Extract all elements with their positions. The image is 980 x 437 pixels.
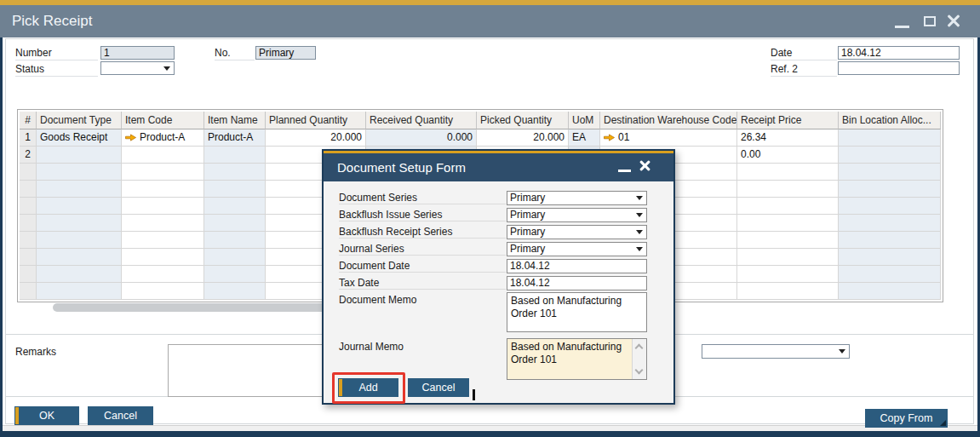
table-cell[interactable] <box>20 232 37 249</box>
column-header[interactable]: Destination Warehouse Code <box>600 112 737 129</box>
table-cell[interactable]: 20.000 <box>266 129 366 147</box>
remarks-textarea[interactable] <box>168 344 330 397</box>
column-header[interactable]: Planned Quantity <box>266 112 366 129</box>
status-select[interactable] <box>100 61 175 75</box>
table-cell[interactable] <box>20 283 37 300</box>
table-cell[interactable] <box>37 249 122 266</box>
table-cell[interactable] <box>839 215 941 232</box>
minimize-icon[interactable] <box>895 26 909 28</box>
table-cell[interactable]: EA <box>569 129 600 147</box>
table-cell[interactable] <box>839 147 941 164</box>
link-arrow-icon[interactable] <box>125 134 136 141</box>
table-cell[interactable] <box>204 181 266 198</box>
table-cell[interactable] <box>839 232 941 249</box>
table-cell[interactable] <box>122 249 204 266</box>
table-cell[interactable] <box>737 266 839 283</box>
table-cell[interactable] <box>122 198 204 215</box>
table-cell[interactable] <box>37 164 122 181</box>
table-cell[interactable]: Product-A <box>204 129 266 147</box>
column-header[interactable]: # <box>20 112 37 129</box>
number-field[interactable]: 1 <box>100 46 175 60</box>
table-cell[interactable] <box>37 215 122 232</box>
tax-date-field[interactable]: 18.04.12 <box>507 276 647 290</box>
table-cell[interactable] <box>737 232 839 249</box>
backflush-receipt-series-select[interactable]: Primary <box>507 225 647 239</box>
ref2-field[interactable] <box>838 61 960 75</box>
table-cell[interactable] <box>204 283 266 300</box>
table-cell[interactable] <box>122 266 204 283</box>
column-header[interactable]: Document Type <box>37 112 122 129</box>
table-cell[interactable] <box>204 215 266 232</box>
table-cell[interactable] <box>204 249 266 266</box>
table-cell[interactable] <box>37 283 122 300</box>
table-cell[interactable] <box>737 198 839 215</box>
scroll-down-icon[interactable] <box>635 366 644 375</box>
column-header[interactable]: Picked Quantity <box>477 112 569 129</box>
memo-scrollbar[interactable] <box>632 339 646 379</box>
table-cell[interactable] <box>737 283 839 300</box>
table-cell[interactable] <box>839 164 941 181</box>
table-cell[interactable] <box>839 249 941 266</box>
table-cell[interactable]: 01 <box>600 129 737 147</box>
column-header[interactable]: Received Quantity <box>366 112 477 129</box>
backflush-issue-series-select[interactable]: Primary <box>507 208 647 222</box>
table-cell[interactable] <box>204 164 266 181</box>
table-cell[interactable] <box>122 164 204 181</box>
table-cell[interactable] <box>122 147 204 164</box>
journal-memo-textarea[interactable]: Based on Manufacturing Order 101 <box>507 338 647 380</box>
table-cell[interactable]: 26.34 <box>737 129 839 147</box>
dialog-cancel-button[interactable]: Cancel <box>408 378 469 397</box>
document-date-field[interactable]: 18.04.12 <box>507 259 647 273</box>
table-cell[interactable] <box>122 181 204 198</box>
table-cell[interactable] <box>20 215 37 232</box>
table-cell[interactable] <box>20 198 37 215</box>
table-cell[interactable] <box>204 232 266 249</box>
close-icon[interactable] <box>946 14 961 28</box>
column-header[interactable]: Item Name <box>204 112 266 129</box>
dialog-minimize-icon[interactable] <box>618 170 631 172</box>
document-series-select[interactable]: Primary <box>507 191 647 205</box>
table-cell[interactable] <box>839 129 941 147</box>
table-cell[interactable] <box>37 198 122 215</box>
maximize-icon[interactable] <box>924 16 936 26</box>
table-cell[interactable] <box>37 266 122 283</box>
table-cell[interactable]: Goods Receipt <box>37 129 122 147</box>
window-titlebar[interactable]: Pick Receipt <box>0 5 980 37</box>
column-header[interactable]: Bin Location Alloc... <box>839 112 941 129</box>
table-cell[interactable] <box>839 181 941 198</box>
table-cell[interactable] <box>20 181 37 198</box>
journal-series-select[interactable]: Primary <box>507 242 647 256</box>
table-cell[interactable]: Product-A <box>122 129 204 147</box>
ok-button[interactable]: OK <box>14 406 79 425</box>
table-cell[interactable] <box>37 147 122 164</box>
table-cell[interactable] <box>122 215 204 232</box>
table-cell[interactable]: 1 <box>20 129 37 147</box>
table-cell[interactable] <box>20 164 37 181</box>
table-cell[interactable]: 0.000 <box>366 129 477 147</box>
table-cell[interactable] <box>204 266 266 283</box>
cancel-button[interactable]: Cancel <box>88 406 153 425</box>
table-cell[interactable] <box>839 266 941 283</box>
table-cell[interactable] <box>839 198 941 215</box>
table-cell[interactable] <box>122 232 204 249</box>
unlabeled-dropdown[interactable] <box>702 344 850 359</box>
table-cell[interactable]: 20.000 <box>477 129 569 147</box>
add-button[interactable]: Add <box>338 378 398 397</box>
column-header[interactable]: Receipt Price <box>737 112 839 129</box>
column-header[interactable]: Item Code <box>122 112 204 129</box>
dialog-close-icon[interactable] <box>639 159 651 171</box>
table-cell[interactable] <box>737 164 839 181</box>
table-cell[interactable]: 0.00 <box>737 147 839 164</box>
scroll-up-icon[interactable] <box>635 344 644 353</box>
table-cell[interactable] <box>737 249 839 266</box>
date-field[interactable]: 18.04.12 <box>838 46 960 60</box>
table-cell[interactable] <box>20 266 37 283</box>
table-cell[interactable]: 2 <box>20 147 37 164</box>
table-cell[interactable] <box>204 198 266 215</box>
table-cell[interactable] <box>839 283 941 300</box>
table-cell[interactable] <box>37 181 122 198</box>
table-cell[interactable] <box>20 249 37 266</box>
table-cell[interactable] <box>122 283 204 300</box>
table-cell[interactable] <box>37 232 122 249</box>
series-field[interactable]: Primary <box>255 46 316 60</box>
